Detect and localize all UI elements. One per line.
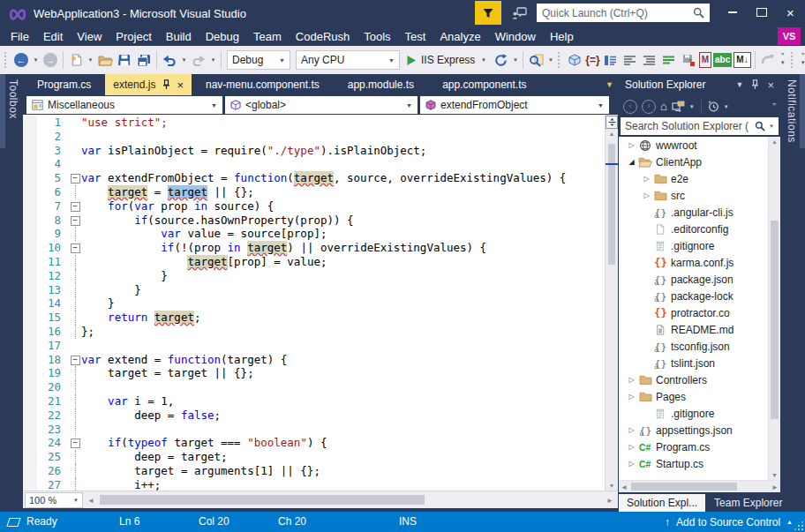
background-tasks-icon[interactable] bbox=[6, 518, 20, 527]
maximize-button[interactable] bbox=[747, 0, 776, 25]
menu-window[interactable]: Window bbox=[488, 28, 543, 45]
collapsed-arrow-icon[interactable]: ▷ bbox=[626, 426, 637, 434]
tree-item--editorconfig[interactable]: .editorconfig bbox=[619, 221, 780, 237]
code-editor[interactable]: 1"use strict";23var isPlainObject = requ… bbox=[23, 115, 618, 491]
scroll-up-arrow-icon[interactable]: ▲ bbox=[606, 131, 618, 137]
close-button[interactable]: × bbox=[776, 0, 805, 25]
code-line-14[interactable]: 14 } bbox=[23, 296, 605, 311]
outlining-margin[interactable] bbox=[69, 325, 81, 339]
scroll-down-arrow-icon[interactable]: ▼ bbox=[606, 483, 618, 489]
scrollbar-thumb[interactable] bbox=[608, 144, 615, 265]
code-line-20[interactable]: 20 bbox=[23, 380, 605, 394]
code-line-19[interactable]: 19 target = target || {}; bbox=[23, 366, 605, 380]
tree-item-clientapp[interactable]: ◢ClientApp bbox=[619, 154, 780, 170]
breakpoint-margin[interactable] bbox=[23, 269, 37, 283]
outlining-margin[interactable] bbox=[69, 311, 81, 325]
breakpoint-margin[interactable] bbox=[23, 214, 37, 228]
forward-button[interactable]: › bbox=[642, 100, 656, 114]
toolbar-grip[interactable] bbox=[791, 52, 795, 68]
run-dropdown[interactable]: ▼ bbox=[479, 57, 487, 63]
menu-build[interactable]: Build bbox=[159, 28, 199, 45]
tree-vertical-scrollbar[interactable]: ▲ ▼ bbox=[768, 137, 780, 480]
pin-icon[interactable] bbox=[162, 79, 170, 90]
scrollbar-thumb[interactable] bbox=[771, 221, 779, 419]
back-button[interactable]: ‹ bbox=[623, 100, 637, 114]
code-line-15[interactable]: 15 return target; bbox=[23, 311, 605, 325]
outlining-margin[interactable]: − bbox=[69, 199, 81, 214]
undo-dropdown[interactable]: ▼ bbox=[180, 57, 188, 63]
outlining-margin[interactable] bbox=[69, 157, 81, 171]
undo-button[interactable] bbox=[161, 50, 178, 70]
menu-coderush[interactable]: CodeRush bbox=[289, 28, 357, 45]
outlining-margin[interactable] bbox=[69, 366, 81, 380]
code-line-1[interactable]: 1"use strict"; bbox=[23, 116, 605, 130]
outlining-margin[interactable] bbox=[69, 380, 81, 394]
search-options-dropdown[interactable]: ▼ bbox=[769, 124, 774, 129]
collapsed-arrow-icon[interactable]: ▷ bbox=[626, 376, 637, 384]
breakpoint-margin[interactable] bbox=[23, 116, 37, 130]
document-list-dropdown[interactable]: ▼ bbox=[606, 80, 613, 89]
redo-button[interactable] bbox=[190, 50, 207, 70]
code-line-4[interactable]: 4 bbox=[23, 157, 605, 171]
outlining-margin[interactable]: − bbox=[69, 171, 81, 185]
refresh-button[interactable] bbox=[492, 50, 509, 70]
outlining-margin[interactable] bbox=[69, 116, 81, 130]
outlining-margin[interactable] bbox=[69, 130, 81, 144]
menu-analyze[interactable]: Analyze bbox=[433, 28, 487, 45]
outlining-margin[interactable] bbox=[69, 227, 81, 241]
filter-dropdown[interactable]: ▼ bbox=[724, 104, 729, 109]
menu-test[interactable]: Test bbox=[398, 28, 433, 45]
split-editor-handle[interactable] bbox=[606, 116, 618, 129]
toolbar-overflow-button[interactable]: ” bbox=[772, 101, 776, 112]
breakpoint-margin[interactable] bbox=[23, 464, 37, 478]
collapsed-arrow-icon[interactable]: ▷ bbox=[626, 141, 637, 149]
collapse-box-icon[interactable]: − bbox=[71, 202, 80, 212]
outlining-margin[interactable] bbox=[69, 269, 81, 283]
tree-item-controllers[interactable]: ▷Controllers bbox=[619, 371, 780, 388]
open-file-button[interactable] bbox=[96, 50, 114, 70]
minimize-button[interactable] bbox=[718, 0, 747, 25]
outlining-margin[interactable] bbox=[69, 296, 81, 311]
member-dropdown[interactable]: extendFromObject ▼ bbox=[420, 96, 609, 114]
code-line-5[interactable]: 5−var extendFromObject = function(target… bbox=[23, 171, 605, 185]
tree-item-wwwroot[interactable]: ▷wwwroot bbox=[619, 137, 780, 154]
breakpoint-margin[interactable] bbox=[23, 408, 37, 423]
breakpoint-margin[interactable] bbox=[23, 296, 37, 311]
breakpoint-margin[interactable] bbox=[23, 283, 37, 297]
breakpoint-margin[interactable] bbox=[23, 185, 37, 199]
toolbar-grip[interactable] bbox=[4, 52, 9, 68]
menu-project[interactable]: Project bbox=[109, 28, 158, 45]
menu-team[interactable]: Team bbox=[246, 28, 289, 45]
save-all-button[interactable] bbox=[135, 50, 153, 70]
vs-account-badge[interactable]: VS bbox=[778, 27, 801, 45]
breakpoint-margin[interactable] bbox=[23, 450, 37, 464]
outlining-margin[interactable]: − bbox=[69, 353, 81, 367]
code-line-12[interactable]: 12 } bbox=[23, 269, 605, 283]
toolbar-options-button[interactable]: ”▼ bbox=[779, 55, 787, 65]
switch-views-button[interactable] bbox=[672, 101, 685, 112]
outlining-margin[interactable] bbox=[69, 408, 81, 423]
uncomment-lines-button[interactable] bbox=[621, 50, 639, 70]
outlining-margin[interactable] bbox=[69, 144, 81, 158]
collapsed-arrow-icon[interactable]: ▷ bbox=[641, 175, 652, 183]
menu-tools[interactable]: Tools bbox=[357, 28, 397, 45]
code-line-27[interactable]: 27 i++; bbox=[23, 478, 605, 491]
code-line-26[interactable]: 26 target = arguments[1] || {}; bbox=[23, 464, 605, 478]
breakpoint-margin[interactable] bbox=[23, 478, 37, 491]
panel-close-button[interactable]: × bbox=[767, 79, 774, 92]
tree-item-readme-md[interactable]: README.md bbox=[619, 321, 780, 338]
code-line-13[interactable]: 13 } bbox=[23, 283, 605, 297]
outlining-margin[interactable] bbox=[69, 464, 81, 478]
code-line-16[interactable]: 16}; bbox=[23, 325, 605, 339]
code-line-9[interactable]: 9 var value = source[prop]; bbox=[23, 227, 605, 241]
outlining-margin[interactable] bbox=[69, 185, 81, 199]
breakpoint-margin[interactable] bbox=[23, 353, 37, 367]
tree-item-appsettings-json[interactable]: ▷{}appsettings.json bbox=[619, 422, 780, 438]
breakpoint-margin[interactable] bbox=[23, 311, 37, 325]
back-dropdown[interactable]: ▼ bbox=[32, 57, 40, 63]
tab-program-cs[interactable]: Program.cs bbox=[23, 74, 105, 95]
outlining-margin[interactable] bbox=[69, 394, 81, 408]
attach-button[interactable] bbox=[759, 50, 777, 70]
toolbar-grip[interactable] bbox=[558, 52, 562, 68]
breakpoint-margin[interactable] bbox=[23, 380, 37, 394]
